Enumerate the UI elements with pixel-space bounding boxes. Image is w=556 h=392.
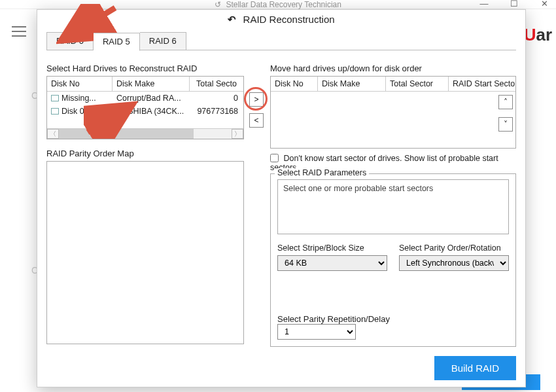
dialog-title: ↶ RAID Reconstruction <box>37 10 525 32</box>
build-raid-button[interactable]: Build RAID <box>434 356 516 380</box>
parity-delay-label: Select Parity Repetition/Delay <box>277 314 509 324</box>
dont-know-start-sector-checkbox[interactable] <box>270 154 279 162</box>
move-right-button[interactable]: > <box>249 92 264 107</box>
move-down-button[interactable]: ˅ <box>498 117 513 132</box>
raid-reconstruction-dialog: ↶ RAID Reconstruction RAID 0 RAID 5 RAID… <box>37 9 526 387</box>
stripe-size-select[interactable]: 64 KB <box>277 255 387 271</box>
parity-order-select[interactable]: Left Synchronous (backward <box>399 255 509 271</box>
move-drives-label: Move hard drives up/down for disk order <box>270 63 516 73</box>
app-title: ↺ Stellar Data Recovery Technician <box>215 0 341 9</box>
params-legend: Select RAID Parameters <box>275 168 369 177</box>
hamburger-menu-button[interactable] <box>12 26 26 37</box>
col-disk-make[interactable]: Disk Make <box>113 77 190 91</box>
raid-parameters-group: Select RAID Parameters Select one or mor… <box>270 173 516 347</box>
col-disk-no[interactable]: Disk No <box>271 77 318 91</box>
scroll-left-button[interactable]: 〈 <box>47 129 59 139</box>
col-total-sector[interactable]: Total Sector <box>386 77 449 91</box>
window-minimize-button[interactable]: ― <box>476 0 492 9</box>
tab-raid5[interactable]: RAID 5 <box>94 33 140 51</box>
col-disk-make[interactable]: Disk Make <box>318 77 386 91</box>
col-raid-start-sector[interactable]: RAID Start Sector <box>449 77 515 91</box>
disk-icon <box>51 108 59 115</box>
stripe-size-label: Select Stripe/Block Size <box>277 243 387 253</box>
parity-delay-select[interactable]: 1 <box>277 324 356 340</box>
raid-tabs: RAID 0 RAID 5 RAID 6 <box>46 32 525 50</box>
back-icon[interactable]: ↶ <box>228 14 236 25</box>
app-title-text: Stellar Data Recovery Technician <box>226 0 341 9</box>
tab-raid0[interactable]: RAID 0 <box>46 32 94 50</box>
table-row[interactable]: Disk 0 TOSHIBA (34CK... 976773168 <box>47 105 243 118</box>
dialog-title-text: RAID Reconstruction <box>243 14 335 25</box>
table-row[interactable]: Missing... Corrupt/Bad RA... 0 <box>47 92 243 105</box>
probable-start-sectors-box[interactable]: Select one or more probable start sector… <box>277 179 509 234</box>
select-drives-label: Select Hard Drives to Reconstruct RAID <box>46 63 244 73</box>
disk-icon <box>51 95 59 101</box>
tab-raid6[interactable]: RAID 6 <box>140 32 186 50</box>
scroll-right-button[interactable]: 〉 <box>232 129 243 139</box>
source-drives-table[interactable]: Disk No Disk Make Total Secto Missing...… <box>46 76 244 139</box>
scroll-thumb[interactable] <box>59 129 194 139</box>
refresh-icon: ↺ <box>215 0 221 9</box>
target-drives-table[interactable]: Disk No Disk Make Total Sector RAID Star… <box>270 76 516 149</box>
scroll-track[interactable] <box>59 129 232 139</box>
col-disk-no[interactable]: Disk No <box>47 77 113 91</box>
col-total-sector[interactable]: Total Secto <box>190 77 243 91</box>
move-left-button[interactable]: < <box>249 113 264 128</box>
window-maximize-button[interactable]: ☐ <box>506 0 522 9</box>
move-up-button[interactable]: ˄ <box>498 95 513 109</box>
window-close-button[interactable]: ✕ <box>536 0 552 9</box>
parity-order-label: Select Parity Order/Rotation <box>399 243 509 253</box>
brand-logo: Uar <box>524 25 552 45</box>
parity-map-label: RAID Parity Order Map <box>46 149 244 158</box>
horizontal-scrollbar[interactable]: 〈 〉 <box>47 128 243 139</box>
parity-map-box <box>46 161 244 344</box>
